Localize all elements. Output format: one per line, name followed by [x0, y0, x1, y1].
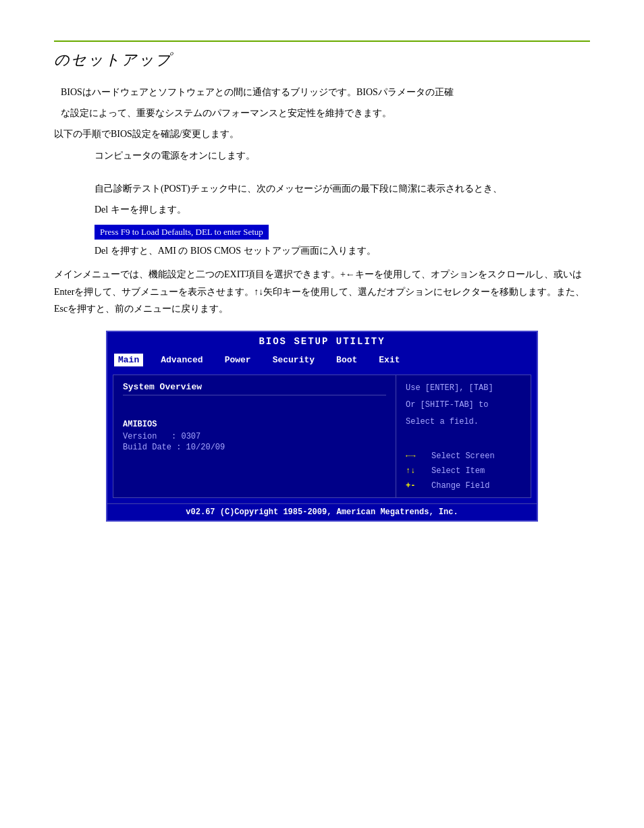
main-menu-description: メインメニューでは、機能設定と二つのEXIT項目を選択できます。+←キーを使用し… [54, 266, 590, 317]
menu-item-boot[interactable]: Boot [332, 354, 361, 366]
bios-key-select-screen: ←→ Select Screen [406, 451, 521, 461]
bios-key-change-field: +- Change Field [406, 481, 521, 491]
key-updown-desc: Select Item [431, 466, 485, 476]
bios-menu-bar: Main Advanced Power Security Boot Exit [107, 351, 537, 369]
key-plusminus: +- [406, 481, 426, 491]
bios-screenshot: BIOS SETUP UTILITY Main Advanced Power S… [106, 331, 538, 522]
key-plusminus-desc: Change Field [431, 481, 489, 491]
bios-version: Version : 0307 [123, 432, 386, 441]
paragraph-2: な設定によって、重要なシステムのパフォーマンスと安定性を維持できます。 [61, 105, 590, 121]
bios-build-date: Build Date : 10/20/09 [123, 443, 386, 452]
menu-item-exit[interactable]: Exit [375, 354, 404, 366]
paragraph-3: 以下の手順でBIOS設定を確認/変更します。 [54, 126, 590, 142]
bios-amibios-label: AMIBIOS [123, 420, 386, 429]
bios-left-panel: System Overview AMIBIOS Version : 0307 B… [113, 375, 396, 499]
key-leftright-desc: Select Screen [431, 451, 495, 461]
paragraph-1: BIOSはハードウェアとソフトウェアとの間に通信するブリッジです。BIOSパラメ… [61, 84, 590, 101]
bios-section-title: System Overview [123, 382, 386, 395]
top-divider [54, 40, 590, 42]
key-leftright: ←→ [406, 451, 426, 461]
bios-key-select-item: ↑↓ Select Item [406, 466, 521, 476]
menu-item-security[interactable]: Security [269, 354, 319, 366]
step-2: 自己診断テスト(POST)チェック中に、次のメッセージが画面の最下段に簡潔に表示… [95, 180, 590, 197]
bios-help-line-3: Select a field. [406, 416, 521, 429]
bios-help-line-2: Or [SHITF-TAB] to [406, 399, 521, 412]
page-title: のセットアップ [54, 50, 590, 70]
menu-item-advanced[interactable]: Advanced [157, 354, 207, 366]
bios-title: BIOS SETUP UTILITY [107, 332, 537, 351]
key-updown: ↑↓ [406, 466, 426, 476]
bios-help-line-1: Use [ENTER], [TAB] [406, 382, 521, 395]
step-1: コンピュータの電源をオンにします。 [95, 147, 590, 164]
highlight-text: Press F9 to Load Defaults, DEL to enter … [95, 225, 269, 240]
bios-right-panel: Use [ENTER], [TAB] Or [SHITF-TAB] to Sel… [396, 375, 531, 499]
after-highlight: Del を押すと、AMI の BIOS CMOS セットアップ画面に入ります。 [95, 242, 590, 259]
bios-footer: v02.67 (C)Copyright 1985-2009, American … [107, 503, 537, 520]
bios-body: System Overview AMIBIOS Version : 0307 B… [107, 369, 537, 504]
step-3: Del キーを押します。 [95, 201, 590, 218]
menu-item-main[interactable]: Main [114, 354, 143, 366]
menu-item-power[interactable]: Power [221, 354, 255, 366]
